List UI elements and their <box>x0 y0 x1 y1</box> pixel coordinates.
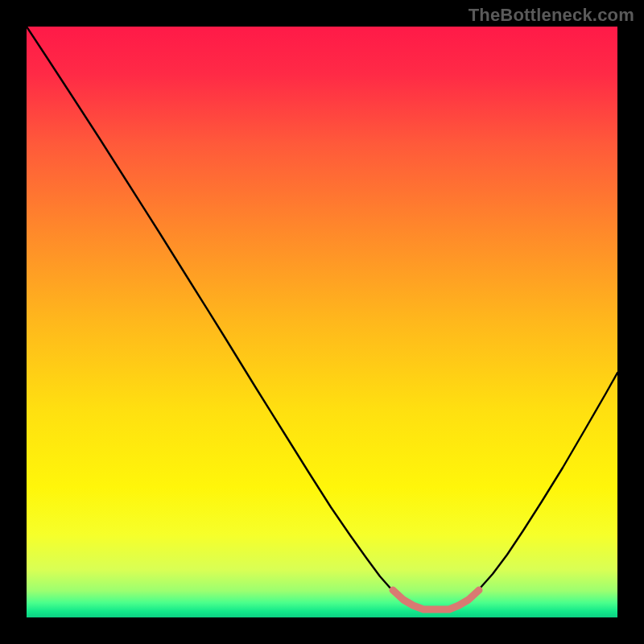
chart-frame: TheBottleneck.com <box>0 0 644 644</box>
gradient-background <box>27 27 617 617</box>
watermark-text: TheBottleneck.com <box>469 5 634 26</box>
chart-svg <box>27 27 617 617</box>
plot-area <box>27 27 617 617</box>
